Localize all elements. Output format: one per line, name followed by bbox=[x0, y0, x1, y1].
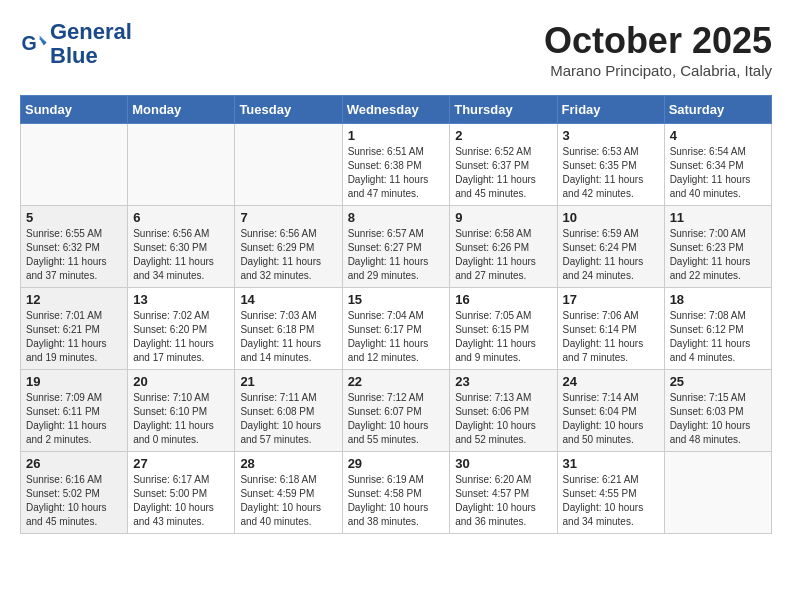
calendar-cell: 21Sunrise: 7:11 AM Sunset: 6:08 PM Dayli… bbox=[235, 370, 342, 452]
calendar-cell: 15Sunrise: 7:04 AM Sunset: 6:17 PM Dayli… bbox=[342, 288, 450, 370]
day-number: 14 bbox=[240, 292, 336, 307]
day-info: Sunrise: 6:55 AM Sunset: 6:32 PM Dayligh… bbox=[26, 227, 122, 283]
day-number: 19 bbox=[26, 374, 122, 389]
calendar-cell: 2Sunrise: 6:52 AM Sunset: 6:37 PM Daylig… bbox=[450, 124, 557, 206]
calendar-cell: 6Sunrise: 6:56 AM Sunset: 6:30 PM Daylig… bbox=[128, 206, 235, 288]
logo-text: General Blue bbox=[50, 20, 132, 68]
day-number: 25 bbox=[670, 374, 766, 389]
day-number: 23 bbox=[455, 374, 551, 389]
calendar-cell bbox=[21, 124, 128, 206]
day-info: Sunrise: 7:03 AM Sunset: 6:18 PM Dayligh… bbox=[240, 309, 336, 365]
location: Marano Principato, Calabria, Italy bbox=[544, 62, 772, 79]
calendar-cell: 9Sunrise: 6:58 AM Sunset: 6:26 PM Daylig… bbox=[450, 206, 557, 288]
calendar-week-row: 5Sunrise: 6:55 AM Sunset: 6:32 PM Daylig… bbox=[21, 206, 772, 288]
day-info: Sunrise: 6:18 AM Sunset: 4:59 PM Dayligh… bbox=[240, 473, 336, 529]
calendar-cell: 18Sunrise: 7:08 AM Sunset: 6:12 PM Dayli… bbox=[664, 288, 771, 370]
day-number: 12 bbox=[26, 292, 122, 307]
day-number: 3 bbox=[563, 128, 659, 143]
calendar-cell: 12Sunrise: 7:01 AM Sunset: 6:21 PM Dayli… bbox=[21, 288, 128, 370]
weekday-header: Tuesday bbox=[235, 96, 342, 124]
page-header: G General Blue October 2025 Marano Princ… bbox=[20, 20, 772, 79]
day-number: 11 bbox=[670, 210, 766, 225]
day-number: 6 bbox=[133, 210, 229, 225]
day-info: Sunrise: 6:17 AM Sunset: 5:00 PM Dayligh… bbox=[133, 473, 229, 529]
day-number: 28 bbox=[240, 456, 336, 471]
weekday-header: Saturday bbox=[664, 96, 771, 124]
calendar-cell bbox=[128, 124, 235, 206]
calendar-cell: 31Sunrise: 6:21 AM Sunset: 4:55 PM Dayli… bbox=[557, 452, 664, 534]
day-number: 21 bbox=[240, 374, 336, 389]
day-info: Sunrise: 7:12 AM Sunset: 6:07 PM Dayligh… bbox=[348, 391, 445, 447]
day-info: Sunrise: 7:02 AM Sunset: 6:20 PM Dayligh… bbox=[133, 309, 229, 365]
calendar-cell bbox=[235, 124, 342, 206]
calendar-cell: 30Sunrise: 6:20 AM Sunset: 4:57 PM Dayli… bbox=[450, 452, 557, 534]
calendar-cell: 4Sunrise: 6:54 AM Sunset: 6:34 PM Daylig… bbox=[664, 124, 771, 206]
day-number: 16 bbox=[455, 292, 551, 307]
day-info: Sunrise: 6:56 AM Sunset: 6:30 PM Dayligh… bbox=[133, 227, 229, 283]
day-info: Sunrise: 7:13 AM Sunset: 6:06 PM Dayligh… bbox=[455, 391, 551, 447]
title-block: October 2025 Marano Principato, Calabria… bbox=[544, 20, 772, 79]
day-number: 13 bbox=[133, 292, 229, 307]
calendar-cell: 8Sunrise: 6:57 AM Sunset: 6:27 PM Daylig… bbox=[342, 206, 450, 288]
day-number: 1 bbox=[348, 128, 445, 143]
calendar-cell: 27Sunrise: 6:17 AM Sunset: 5:00 PM Dayli… bbox=[128, 452, 235, 534]
calendar-cell: 7Sunrise: 6:56 AM Sunset: 6:29 PM Daylig… bbox=[235, 206, 342, 288]
logo: G General Blue bbox=[20, 20, 132, 68]
day-number: 8 bbox=[348, 210, 445, 225]
day-info: Sunrise: 6:56 AM Sunset: 6:29 PM Dayligh… bbox=[240, 227, 336, 283]
day-info: Sunrise: 6:57 AM Sunset: 6:27 PM Dayligh… bbox=[348, 227, 445, 283]
day-number: 27 bbox=[133, 456, 229, 471]
day-info: Sunrise: 6:21 AM Sunset: 4:55 PM Dayligh… bbox=[563, 473, 659, 529]
calendar-cell: 16Sunrise: 7:05 AM Sunset: 6:15 PM Dayli… bbox=[450, 288, 557, 370]
weekday-header: Friday bbox=[557, 96, 664, 124]
day-number: 9 bbox=[455, 210, 551, 225]
day-info: Sunrise: 7:04 AM Sunset: 6:17 PM Dayligh… bbox=[348, 309, 445, 365]
day-number: 4 bbox=[670, 128, 766, 143]
weekday-header: Sunday bbox=[21, 96, 128, 124]
calendar-cell: 19Sunrise: 7:09 AM Sunset: 6:11 PM Dayli… bbox=[21, 370, 128, 452]
day-info: Sunrise: 6:52 AM Sunset: 6:37 PM Dayligh… bbox=[455, 145, 551, 201]
day-number: 18 bbox=[670, 292, 766, 307]
day-number: 20 bbox=[133, 374, 229, 389]
weekday-header: Wednesday bbox=[342, 96, 450, 124]
day-info: Sunrise: 7:11 AM Sunset: 6:08 PM Dayligh… bbox=[240, 391, 336, 447]
day-info: Sunrise: 6:58 AM Sunset: 6:26 PM Dayligh… bbox=[455, 227, 551, 283]
calendar-cell: 25Sunrise: 7:15 AM Sunset: 6:03 PM Dayli… bbox=[664, 370, 771, 452]
svg-text:G: G bbox=[21, 32, 36, 54]
day-number: 24 bbox=[563, 374, 659, 389]
calendar-cell: 26Sunrise: 6:16 AM Sunset: 5:02 PM Dayli… bbox=[21, 452, 128, 534]
day-info: Sunrise: 7:14 AM Sunset: 6:04 PM Dayligh… bbox=[563, 391, 659, 447]
day-info: Sunrise: 6:20 AM Sunset: 4:57 PM Dayligh… bbox=[455, 473, 551, 529]
day-number: 17 bbox=[563, 292, 659, 307]
calendar-cell bbox=[664, 452, 771, 534]
logo-line2: Blue bbox=[50, 44, 132, 68]
calendar-week-row: 26Sunrise: 6:16 AM Sunset: 5:02 PM Dayli… bbox=[21, 452, 772, 534]
day-info: Sunrise: 6:51 AM Sunset: 6:38 PM Dayligh… bbox=[348, 145, 445, 201]
calendar-table: SundayMondayTuesdayWednesdayThursdayFrid… bbox=[20, 95, 772, 534]
day-info: Sunrise: 6:19 AM Sunset: 4:58 PM Dayligh… bbox=[348, 473, 445, 529]
calendar-cell: 29Sunrise: 6:19 AM Sunset: 4:58 PM Dayli… bbox=[342, 452, 450, 534]
calendar-header-row: SundayMondayTuesdayWednesdayThursdayFrid… bbox=[21, 96, 772, 124]
day-info: Sunrise: 6:53 AM Sunset: 6:35 PM Dayligh… bbox=[563, 145, 659, 201]
weekday-header: Thursday bbox=[450, 96, 557, 124]
logo-icon: G bbox=[20, 30, 48, 58]
calendar-cell: 3Sunrise: 6:53 AM Sunset: 6:35 PM Daylig… bbox=[557, 124, 664, 206]
day-number: 26 bbox=[26, 456, 122, 471]
calendar-cell: 23Sunrise: 7:13 AM Sunset: 6:06 PM Dayli… bbox=[450, 370, 557, 452]
calendar-cell: 5Sunrise: 6:55 AM Sunset: 6:32 PM Daylig… bbox=[21, 206, 128, 288]
month-title: October 2025 bbox=[544, 20, 772, 62]
calendar-cell: 1Sunrise: 6:51 AM Sunset: 6:38 PM Daylig… bbox=[342, 124, 450, 206]
day-number: 31 bbox=[563, 456, 659, 471]
day-info: Sunrise: 7:08 AM Sunset: 6:12 PM Dayligh… bbox=[670, 309, 766, 365]
day-info: Sunrise: 7:15 AM Sunset: 6:03 PM Dayligh… bbox=[670, 391, 766, 447]
day-info: Sunrise: 7:09 AM Sunset: 6:11 PM Dayligh… bbox=[26, 391, 122, 447]
day-number: 2 bbox=[455, 128, 551, 143]
day-number: 29 bbox=[348, 456, 445, 471]
day-info: Sunrise: 6:16 AM Sunset: 5:02 PM Dayligh… bbox=[26, 473, 122, 529]
calendar-cell: 14Sunrise: 7:03 AM Sunset: 6:18 PM Dayli… bbox=[235, 288, 342, 370]
day-info: Sunrise: 6:59 AM Sunset: 6:24 PM Dayligh… bbox=[563, 227, 659, 283]
day-number: 5 bbox=[26, 210, 122, 225]
day-info: Sunrise: 7:05 AM Sunset: 6:15 PM Dayligh… bbox=[455, 309, 551, 365]
day-info: Sunrise: 6:54 AM Sunset: 6:34 PM Dayligh… bbox=[670, 145, 766, 201]
calendar-cell: 22Sunrise: 7:12 AM Sunset: 6:07 PM Dayli… bbox=[342, 370, 450, 452]
